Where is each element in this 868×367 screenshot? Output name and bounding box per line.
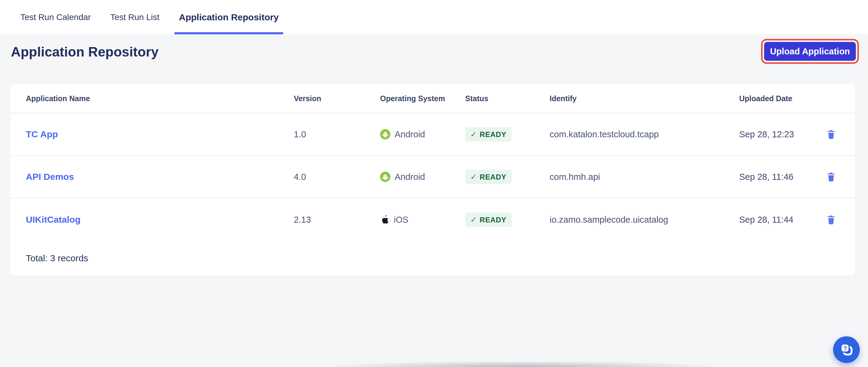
page-title: Application Repository [11, 44, 159, 60]
delete-application-button[interactable] [824, 213, 838, 226]
check-icon: ✓ [470, 215, 477, 224]
apple-icon [380, 214, 390, 225]
tab-application-repository[interactable]: Application Repository [175, 0, 283, 34]
application-name-link[interactable]: TC App [26, 129, 58, 140]
version-value: 4.0 [294, 172, 306, 182]
column-header-status: Status [465, 94, 488, 103]
identify-value: com.katalon.testcloud.tcapp [550, 129, 659, 140]
column-header-application-name: Application Name [26, 94, 90, 103]
uploaded-date-value: Sep 28, 11:46 [739, 172, 793, 182]
application-name-link[interactable]: UIKitCatalog [26, 214, 81, 225]
delete-application-button[interactable] [824, 128, 838, 141]
status-label: READY [480, 215, 506, 224]
version-value: 1.0 [294, 129, 306, 140]
status-badge: ✓ READY [465, 170, 512, 184]
table-row: TC App 1.0 Android ✓ READY com.katalon.t… [10, 113, 855, 156]
status-badge: ✓ READY [465, 127, 512, 142]
version-value: 2.13 [294, 215, 311, 225]
column-header-version: Version [294, 94, 321, 103]
uploaded-date-value: Sep 28, 12:23 [739, 129, 794, 140]
tab-test-run-list[interactable]: Test Run List [106, 0, 164, 34]
tab-test-run-calendar[interactable]: Test Run Calendar [16, 0, 95, 34]
os-label: iOS [394, 215, 408, 225]
status-badge: ✓ READY [465, 213, 512, 227]
delete-application-button[interactable] [824, 170, 838, 183]
total-records-label: Total: 3 records [26, 253, 88, 264]
identify-value: com.hmh.api [550, 172, 600, 182]
top-tab-bar: Test Run Calendar Test Run List Applicat… [0, 0, 868, 34]
column-header-identify: Identify [550, 94, 577, 103]
upload-application-button[interactable]: Upload Application [764, 42, 856, 61]
application-name-link[interactable]: API Demos [26, 172, 74, 182]
dock-shadow [270, 362, 775, 367]
column-header-uploaded-date: Uploaded Date [739, 94, 792, 103]
trash-icon [827, 215, 835, 224]
trash-icon [827, 172, 835, 182]
os-label: Android [395, 129, 425, 140]
table-header-row: Application Name Version Operating Syste… [10, 84, 855, 113]
os-label: Android [395, 172, 425, 182]
android-icon [380, 129, 391, 140]
help-fab-button[interactable] [833, 336, 860, 363]
highlight-ring: Upload Application [761, 39, 859, 64]
uploaded-date-value: Sep 28, 11:44 [739, 215, 793, 225]
status-label: READY [480, 130, 506, 139]
column-header-operating-system: Operating System [380, 94, 445, 103]
table-row: UIKitCatalog 2.13 iOS ✓ READY io.zamo.sa… [10, 198, 855, 241]
trash-icon [827, 130, 835, 139]
table-row: API Demos 4.0 Android ✓ READY com.hmh.ap… [10, 156, 855, 198]
identify-value: io.zamo.samplecode.uicatalog [550, 215, 668, 225]
android-icon [380, 172, 391, 182]
application-table-card: Application Name Version Operating Syste… [10, 84, 855, 276]
check-icon: ✓ [470, 173, 477, 181]
check-icon: ✓ [470, 130, 477, 139]
help-chat-icon [839, 342, 854, 357]
status-label: READY [480, 173, 506, 181]
table-footer: Total: 3 records [10, 241, 855, 275]
